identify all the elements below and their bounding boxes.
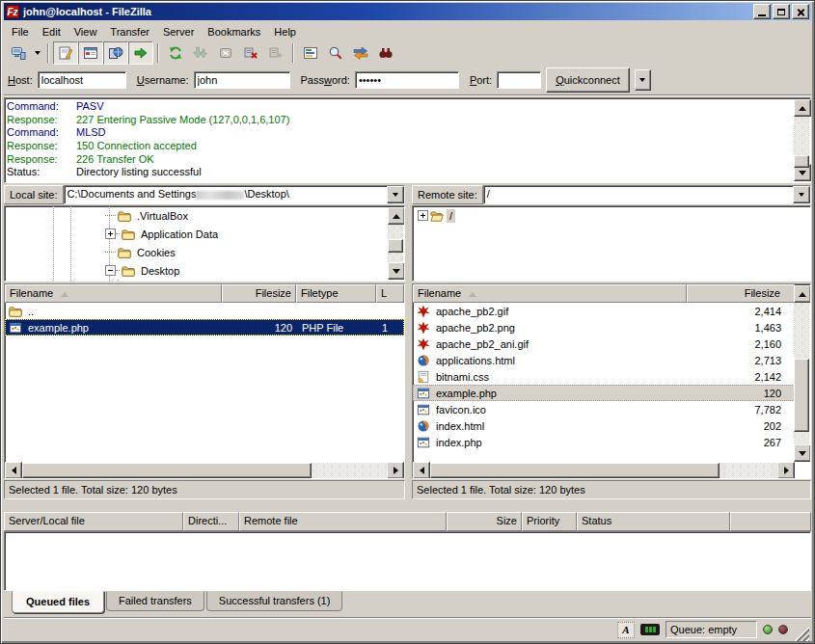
- scroll-track[interactable]: [794, 117, 809, 164]
- port-input[interactable]: [497, 71, 541, 89]
- maximize-button[interactable]: [773, 4, 790, 19]
- scroll-up-button[interactable]: [794, 285, 811, 303]
- host-input[interactable]: [38, 71, 126, 89]
- tab-failed-transfers[interactable]: Failed transfers: [106, 591, 204, 611]
- column-header-priority[interactable]: Priority: [522, 512, 577, 531]
- close-button[interactable]: [792, 4, 809, 19]
- local-directory-tree: .VirtualBox Application Data Cookies Des…: [4, 205, 405, 282]
- toggle-remote-tree-button[interactable]: [103, 41, 128, 65]
- file-row[interactable]: apache_pb2.png 1,463: [413, 319, 795, 335]
- expand-plus-icon[interactable]: [105, 228, 116, 239]
- file-row[interactable]: bitnami.css 2,142: [413, 368, 795, 385]
- tree-item-desktop[interactable]: Desktop: [5, 261, 404, 280]
- local-tree-scrollbar[interactable]: [388, 207, 403, 280]
- log-vertical-scrollbar[interactable]: [794, 99, 809, 181]
- scroll-thumb[interactable]: [388, 239, 403, 253]
- tree-item-cookies[interactable]: Cookies: [5, 243, 404, 261]
- directory-comparison-button[interactable]: [323, 41, 348, 65]
- menu-server[interactable]: Server: [156, 24, 201, 40]
- scroll-down-button[interactable]: [794, 444, 811, 462]
- directory-filters-button[interactable]: [298, 41, 323, 65]
- disconnect-button[interactable]: [238, 41, 263, 65]
- speed-limit-icon[interactable]: [640, 624, 660, 635]
- queue-list[interactable]: [4, 531, 811, 591]
- column-header-filesize[interactable]: Filesize: [222, 284, 296, 303]
- column-header-filesize[interactable]: Filesize: [687, 284, 795, 303]
- chevron-down-icon[interactable]: [793, 186, 810, 203]
- scroll-thumb[interactable]: [794, 359, 809, 432]
- file-row[interactable]: applications.html 2,713: [413, 352, 795, 368]
- column-header-filename[interactable]: Filename: [413, 284, 687, 303]
- column-header-direction[interactable]: Directi...: [183, 512, 239, 531]
- remote-site-combobox[interactable]: /: [483, 185, 811, 204]
- file-row[interactable]: apache_pb2_ani.gif 2,160: [413, 335, 795, 352]
- scroll-track[interactable]: [388, 225, 403, 262]
- toggle-message-log-button[interactable]: [53, 41, 78, 65]
- tab-queued-files[interactable]: Queued files: [12, 591, 104, 613]
- toggle-queue-button[interactable]: [128, 41, 153, 65]
- site-manager-dropdown[interactable]: [31, 42, 43, 64]
- menu-help[interactable]: Help: [267, 24, 303, 40]
- scroll-thumb[interactable]: [430, 463, 720, 478]
- quickconnect-button[interactable]: Quickconnect: [546, 67, 630, 93]
- menu-edit[interactable]: Edit: [36, 24, 68, 40]
- collapse-minus-icon[interactable]: [105, 265, 116, 276]
- menu-view[interactable]: View: [68, 24, 104, 40]
- local-site-combobox[interactable]: C:\Documents and Settings\Desktop\: [64, 185, 405, 204]
- cancel-operation-button[interactable]: [213, 41, 238, 65]
- tab-successful-transfers[interactable]: Successful transfers (1): [206, 591, 343, 611]
- file-row[interactable]: favicon.ico 7,782: [413, 401, 795, 417]
- remote-horizontal-scrollbar[interactable]: [413, 462, 795, 478]
- pane-splitter[interactable]: [405, 185, 412, 504]
- site-manager-button[interactable]: [6, 41, 31, 65]
- html-file-icon: [417, 419, 430, 433]
- tree-item-virtualbox[interactable]: .VirtualBox: [5, 206, 404, 225]
- scroll-thumb[interactable]: [794, 155, 809, 168]
- scroll-track[interactable]: [22, 463, 387, 478]
- scroll-track[interactable]: [794, 303, 809, 444]
- remote-vertical-scrollbar[interactable]: [794, 285, 809, 462]
- scroll-right-button[interactable]: [387, 462, 404, 479]
- find-files-button[interactable]: [373, 41, 398, 65]
- column-header-size[interactable]: Size: [447, 512, 522, 531]
- file-row[interactable]: index.html 202: [413, 417, 795, 434]
- column-header-status[interactable]: Status: [577, 512, 730, 531]
- file-row-selected[interactable]: example.php 120: [413, 385, 795, 401]
- file-row[interactable]: index.php 267: [413, 434, 795, 450]
- menu-bookmarks[interactable]: Bookmarks: [201, 24, 267, 40]
- column-header-lastmodified[interactable]: L: [376, 284, 404, 303]
- reconnect-button[interactable]: [263, 41, 288, 65]
- password-input[interactable]: [355, 71, 459, 89]
- file-row[interactable]: apache_pb2.gif 2,414: [413, 303, 795, 319]
- refresh-button[interactable]: [163, 41, 188, 65]
- parent-directory-row[interactable]: ..: [5, 303, 404, 319]
- resize-grip[interactable]: [794, 626, 809, 641]
- scroll-thumb[interactable]: [22, 463, 312, 478]
- menu-transfer[interactable]: Transfer: [103, 24, 156, 40]
- scroll-track[interactable]: [430, 463, 777, 478]
- column-header-filename[interactable]: Filename: [5, 284, 222, 303]
- scroll-left-button[interactable]: [413, 462, 430, 479]
- scroll-left-button[interactable]: [5, 462, 22, 479]
- tree-item-application-data[interactable]: Application Data: [5, 225, 404, 243]
- toggle-local-tree-button[interactable]: [78, 41, 103, 65]
- data-type-indicator-icon[interactable]: A: [617, 622, 635, 638]
- scroll-down-button[interactable]: [388, 262, 405, 280]
- column-header-remote-file[interactable]: Remote file: [239, 512, 447, 531]
- column-header-server-local-file[interactable]: Server/Local file: [4, 512, 183, 531]
- file-row-example-php[interactable]: example.php 120 PHP File 1: [5, 319, 404, 335]
- scroll-up-button[interactable]: [388, 207, 405, 225]
- scroll-up-button[interactable]: [794, 99, 811, 117]
- scroll-right-button[interactable]: [777, 462, 795, 479]
- username-input[interactable]: [194, 71, 290, 89]
- quickconnect-dropdown[interactable]: [635, 69, 651, 91]
- menu-file[interactable]: File: [5, 24, 36, 40]
- synchronized-browsing-button[interactable]: [348, 41, 373, 65]
- minimize-button[interactable]: [753, 4, 771, 19]
- tree-item-root[interactable]: /: [413, 206, 810, 225]
- expand-plus-icon[interactable]: [418, 210, 428, 221]
- process-queue-button[interactable]: [188, 41, 213, 65]
- column-header-filetype[interactable]: Filetype: [296, 284, 376, 303]
- chevron-down-icon[interactable]: [387, 186, 404, 203]
- local-horizontal-scrollbar[interactable]: [5, 462, 404, 478]
